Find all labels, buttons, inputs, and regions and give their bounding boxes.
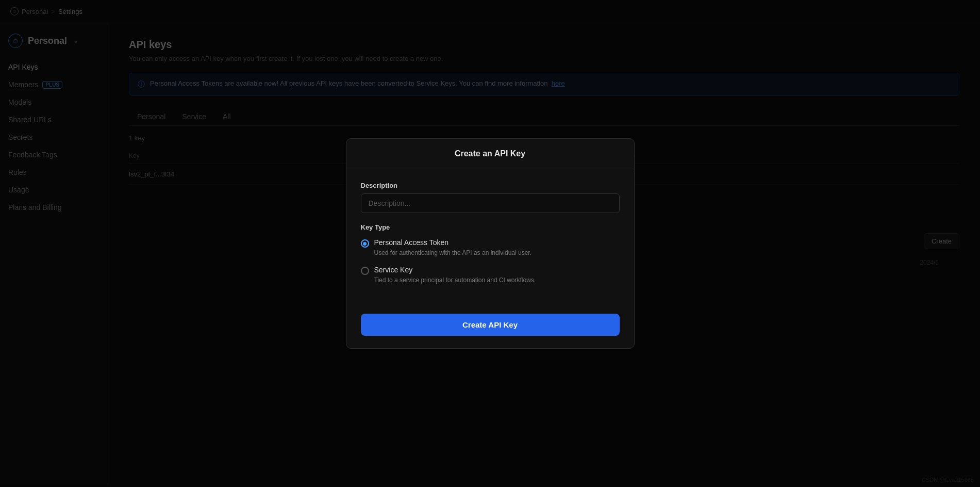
radio-service[interactable] bbox=[361, 267, 369, 275]
modal-header: Create an API Key bbox=[346, 139, 634, 169]
radio-content-service: Service Key Tied to a service principal … bbox=[374, 266, 536, 285]
create-api-key-button[interactable]: Create API Key bbox=[361, 314, 620, 336]
radio-content-personal: Personal Access Token Used for authentic… bbox=[374, 238, 532, 257]
create-api-key-modal: Create an API Key Description Key Type P… bbox=[346, 138, 635, 349]
description-input[interactable] bbox=[361, 193, 620, 213]
radio-personal[interactable] bbox=[361, 239, 369, 248]
radio-option-personal[interactable]: Personal Access Token Used for authentic… bbox=[361, 238, 620, 257]
radio-title-service: Service Key bbox=[374, 266, 536, 274]
description-label: Description bbox=[361, 182, 620, 189]
radio-title-personal: Personal Access Token bbox=[374, 238, 532, 247]
modal-footer: Create API Key bbox=[346, 305, 634, 348]
key-type-label: Key Type bbox=[361, 223, 620, 231]
radio-desc-personal: Used for authenticating with the API as … bbox=[374, 248, 532, 257]
modal-overlay[interactable]: Create an API Key Description Key Type P… bbox=[0, 0, 980, 487]
modal-body: Description Key Type Personal Access Tok… bbox=[346, 169, 634, 305]
radio-desc-service: Tied to a service principal for automati… bbox=[374, 275, 536, 285]
modal-title: Create an API Key bbox=[455, 149, 525, 158]
radio-option-service[interactable]: Service Key Tied to a service principal … bbox=[361, 266, 620, 285]
